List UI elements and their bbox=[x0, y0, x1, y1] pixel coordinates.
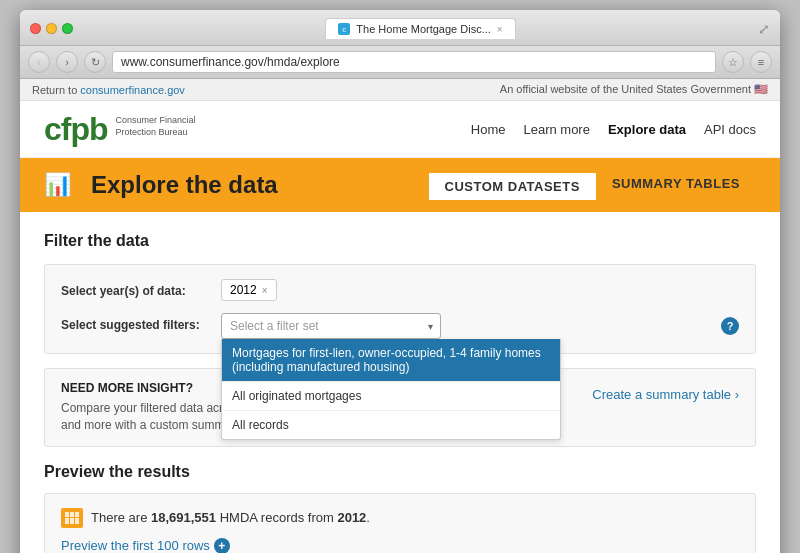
tab-favicon: c bbox=[338, 23, 350, 35]
bookmark-icon[interactable]: ☆ bbox=[722, 51, 744, 73]
hero-bar: 📊 Explore the data CUSTOM DATASETS SUMMA… bbox=[20, 158, 780, 212]
official-text: An official website of the United States… bbox=[500, 83, 768, 96]
main-content: Filter the data Select year(s) of data: … bbox=[20, 212, 780, 553]
window-controls: ⤢ bbox=[758, 21, 770, 37]
preview-section: Preview the results bbox=[44, 463, 756, 553]
filter-section-title: Filter the data bbox=[44, 232, 756, 250]
info-return-link[interactable]: consumerfinance.gov bbox=[80, 84, 185, 96]
help-icon[interactable]: ? bbox=[721, 317, 739, 335]
resize-icon[interactable]: ⤢ bbox=[758, 21, 770, 37]
suggested-filter-row: Select suggested filters: Select a filte… bbox=[61, 313, 739, 339]
create-summary-table-link[interactable]: Create a summary table › bbox=[592, 381, 739, 402]
site-header: cfpb Consumer Financial Protection Burea… bbox=[20, 101, 780, 158]
nav-bar: ‹ › ↻ www.consumerfinance.gov/hmda/explo… bbox=[20, 46, 780, 79]
hero-tabs: CUSTOM DATASETS SUMMARY TABLES bbox=[429, 170, 756, 200]
url-bar[interactable]: www.consumerfinance.gov/hmda/explore bbox=[112, 51, 716, 73]
filter-box: Select year(s) of data: 2012 × Select su… bbox=[44, 264, 756, 354]
site-content: cfpb Consumer Financial Protection Burea… bbox=[20, 101, 780, 553]
filter-dropdown: Mortgages for first-lien, owner-occupied… bbox=[221, 339, 561, 440]
site-nav: Home Learn more Explore data API docs bbox=[471, 122, 756, 137]
dropdown-item-2[interactable]: All originated mortgages bbox=[222, 382, 560, 411]
suggested-filter-label: Select suggested filters: bbox=[61, 313, 221, 332]
menu-icon[interactable]: ≡ bbox=[750, 51, 772, 73]
nav-learn-more[interactable]: Learn more bbox=[523, 122, 589, 137]
year-tag-value: 2012 bbox=[230, 283, 257, 297]
filter-select[interactable]: Select a filter set Mortgages for first-… bbox=[221, 313, 441, 339]
maximize-button[interactable] bbox=[62, 23, 73, 34]
preview-record-row: There are 18,691,551 HMDA records from 2… bbox=[61, 508, 739, 528]
browser-tab[interactable]: c The Home Mortgage Disc... × bbox=[325, 18, 515, 39]
tab-custom-datasets[interactable]: CUSTOM DATASETS bbox=[429, 170, 596, 200]
hero-title: Explore the data bbox=[91, 171, 278, 199]
info-bar: Return to consumerfinance.gov An officia… bbox=[20, 79, 780, 101]
preview-link-text: Preview the first 100 rows bbox=[61, 538, 210, 553]
preview-title: Preview the results bbox=[44, 463, 756, 481]
close-button[interactable] bbox=[30, 23, 41, 34]
preview-100-rows-link[interactable]: Preview the first 100 rows + bbox=[61, 538, 230, 553]
preview-record-text: There are 18,691,551 HMDA records from 2… bbox=[91, 510, 370, 525]
dropdown-item-1[interactable]: Mortgages for first-lien, owner-occupied… bbox=[222, 339, 560, 382]
suggested-filter-control: Select a filter set Mortgages for first-… bbox=[221, 313, 713, 339]
cfpb-logo: cfpb Consumer Financial Protection Burea… bbox=[44, 113, 196, 145]
hero-icon: 📊 bbox=[44, 172, 71, 198]
grid-lines bbox=[65, 512, 79, 524]
filter-select-wrap: Select a filter set Mortgages for first-… bbox=[221, 313, 441, 339]
cfpb-wordmark: cfpb bbox=[44, 113, 108, 145]
nav-home[interactable]: Home bbox=[471, 122, 506, 137]
tab-summary-tables[interactable]: SUMMARY TABLES bbox=[596, 170, 756, 200]
dropdown-item-3[interactable]: All records bbox=[222, 411, 560, 439]
grid-icon bbox=[61, 508, 83, 528]
preview-box: There are 18,691,551 HMDA records from 2… bbox=[44, 493, 756, 553]
cfpb-tagline: Consumer Financial Protection Bureau bbox=[116, 115, 196, 138]
traffic-lights bbox=[30, 23, 73, 34]
minimize-button[interactable] bbox=[46, 23, 57, 34]
year-filter-row: Select year(s) of data: 2012 × bbox=[61, 279, 739, 301]
preview-plus-icon: + bbox=[214, 538, 230, 553]
back-button[interactable]: ‹ bbox=[28, 51, 50, 73]
year-filter-control: 2012 × bbox=[221, 279, 739, 301]
browser-window: c The Home Mortgage Disc... × ⤢ ‹ › ↻ ww… bbox=[20, 10, 780, 553]
tab-title: The Home Mortgage Disc... bbox=[356, 23, 491, 35]
tab-area: c The Home Mortgage Disc... × bbox=[83, 18, 758, 39]
tab-close-icon[interactable]: × bbox=[497, 24, 503, 35]
forward-button[interactable]: › bbox=[56, 51, 78, 73]
record-year: 2012 bbox=[337, 510, 366, 525]
nav-api-docs[interactable]: API docs bbox=[704, 122, 756, 137]
year-tag-remove-icon[interactable]: × bbox=[262, 285, 268, 296]
year-tag: 2012 × bbox=[221, 279, 277, 301]
refresh-button[interactable]: ↻ bbox=[84, 51, 106, 73]
record-count: 18,691,551 bbox=[151, 510, 216, 525]
info-return-text: Return to bbox=[32, 84, 77, 96]
title-bar: c The Home Mortgage Disc... × ⤢ bbox=[20, 10, 780, 46]
nav-explore-data[interactable]: Explore data bbox=[608, 122, 686, 137]
year-filter-label: Select year(s) of data: bbox=[61, 279, 221, 298]
